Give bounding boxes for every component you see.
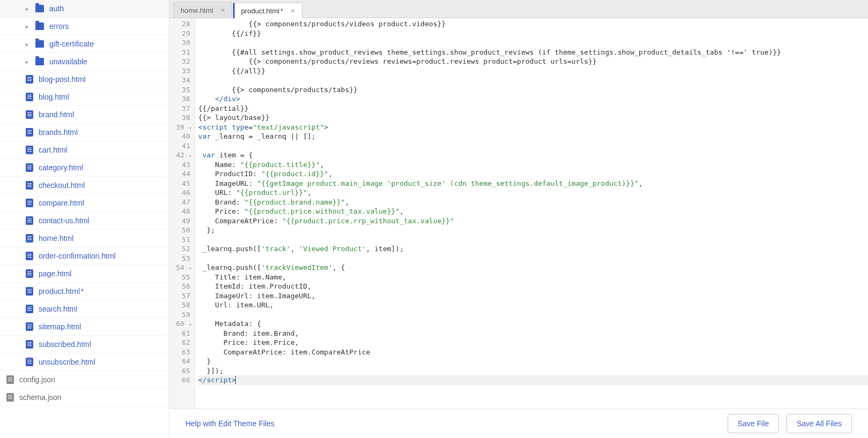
line-number: 55 bbox=[169, 273, 190, 282]
file-item[interactable]: contact-us.html bbox=[0, 212, 169, 230]
file-item[interactable]: blog-post.html bbox=[0, 71, 169, 88]
line-number: 47 bbox=[169, 198, 190, 207]
file-icon bbox=[26, 128, 33, 137]
file-icon bbox=[26, 199, 33, 207]
code-line[interactable]: CompareAtPrice: item.CompareAtPrice bbox=[198, 348, 868, 357]
save-all-files-button[interactable]: Save All Files bbox=[787, 414, 852, 433]
code-line[interactable]: Name: "{{product.title}}", bbox=[198, 160, 868, 170]
file-item[interactable]: brands.html bbox=[0, 124, 169, 141]
code-line[interactable]: Url: item.URL, bbox=[198, 300, 868, 310]
code-line[interactable]: Metadata: { bbox=[198, 319, 868, 329]
folder-item[interactable]: ▸unavailable bbox=[0, 53, 169, 71]
code-line[interactable]: var _learnq = _learnq || []; bbox=[198, 132, 868, 141]
code-line[interactable]: } bbox=[198, 357, 868, 366]
line-number: 58 bbox=[169, 300, 190, 310]
line-number: 41 bbox=[169, 141, 190, 151]
code-line[interactable]: {{#all settings.show_product_reviews the… bbox=[198, 48, 868, 57]
code-line[interactable] bbox=[198, 235, 868, 245]
code-line[interactable]: {{/partial}} bbox=[198, 104, 868, 114]
code-line[interactable] bbox=[198, 38, 868, 48]
file-item[interactable]: cart.html bbox=[0, 141, 169, 159]
code-line[interactable]: CompareAtPrice: "{{product.price.rrp_wit… bbox=[198, 216, 868, 226]
code-editor[interactable]: 2829303132333435363738394041424344454647… bbox=[169, 18, 868, 409]
code-line[interactable] bbox=[198, 75, 868, 85]
root-file-item[interactable]: schema.json bbox=[0, 389, 169, 406]
code-line[interactable]: Brand: item.Brand, bbox=[198, 329, 868, 338]
line-number: 36 bbox=[169, 94, 190, 104]
code-line[interactable]: {{> layout/base}} bbox=[198, 113, 868, 123]
code-line[interactable]: }]); bbox=[198, 366, 868, 376]
code-line[interactable]: </script> bbox=[198, 375, 868, 385]
code-line[interactable]: _learnq.push(['track', 'Viewed Product',… bbox=[198, 244, 868, 254]
code-line[interactable]: {{/if}} bbox=[198, 29, 868, 39]
file-label: brand.html bbox=[39, 110, 74, 119]
code-line[interactable] bbox=[198, 141, 868, 151]
file-icon bbox=[6, 393, 14, 402]
line-number: 64 bbox=[169, 357, 190, 366]
line-number: 37 bbox=[169, 104, 190, 114]
code-line[interactable]: _learnq.push(['trackViewedItem', { bbox=[198, 263, 868, 273]
file-tree-sidebar[interactable]: ▸auth▸errors▸gift-certificate▸unavailabl… bbox=[0, 0, 169, 438]
file-icon bbox=[6, 375, 14, 384]
code-line[interactable]: ImageUrl: item.ImageURL, bbox=[198, 291, 868, 301]
file-item[interactable]: brand.html bbox=[0, 106, 169, 124]
code-line[interactable]: Price: "{{product.price.without_tax.valu… bbox=[198, 207, 868, 216]
code-line[interactable]: ImageURL: "{{getImage product.main_image… bbox=[198, 179, 868, 188]
line-number: 63 bbox=[169, 348, 190, 357]
editor-tab[interactable]: home.html× bbox=[174, 2, 232, 18]
code-area[interactable]: {{> components/products/videos product.v… bbox=[195, 18, 868, 409]
code-line[interactable]: URL: "{{product.url}}", bbox=[198, 188, 868, 198]
root-file-item[interactable]: config.json bbox=[0, 371, 169, 389]
file-item[interactable]: blog.html bbox=[0, 88, 169, 106]
help-link[interactable]: Help with Edit Theme Files bbox=[185, 419, 274, 428]
code-line[interactable]: Title: item.Name, bbox=[198, 273, 868, 282]
file-item[interactable]: compare.html bbox=[0, 194, 169, 212]
file-item[interactable]: home.html bbox=[0, 230, 169, 247]
file-item[interactable]: category.html bbox=[0, 159, 169, 177]
code-line[interactable]: var item = { bbox=[198, 150, 868, 160]
file-item[interactable]: page.html bbox=[0, 265, 169, 283]
file-item[interactable]: unsubscribe.html bbox=[0, 353, 169, 371]
code-line[interactable]: {{> components/products/reviews reviews=… bbox=[198, 57, 868, 66]
save-file-button[interactable]: Save File bbox=[728, 414, 779, 433]
code-line[interactable]: Price: item.Price, bbox=[198, 338, 868, 348]
line-number: 45 bbox=[169, 179, 190, 188]
code-line[interactable]: }; bbox=[198, 225, 868, 235]
close-icon[interactable]: × bbox=[291, 6, 295, 15]
code-line[interactable] bbox=[198, 254, 868, 263]
line-number: 34 bbox=[169, 75, 190, 85]
file-item[interactable]: product.html * bbox=[0, 283, 169, 300]
file-label: checkout.html bbox=[39, 181, 85, 190]
file-item[interactable]: sitemap.html bbox=[0, 318, 169, 336]
file-label: blog-post.html bbox=[39, 75, 86, 84]
code-line[interactable]: </div> bbox=[198, 94, 868, 104]
line-number: 65 bbox=[169, 366, 190, 376]
file-item[interactable]: search.html bbox=[0, 300, 169, 318]
file-label: sitemap.html bbox=[39, 322, 81, 331]
code-line[interactable]: {{> components/products/tabs}} bbox=[198, 85, 868, 95]
file-label: product.html bbox=[39, 287, 80, 296]
code-line[interactable]: <script type="text/javascript"> bbox=[198, 123, 868, 132]
code-line[interactable]: ItemId: item.ProductID, bbox=[198, 282, 868, 291]
code-line[interactable]: ProductID: "{{product.id}}", bbox=[198, 169, 868, 179]
file-label: subscribed.html bbox=[39, 340, 91, 349]
line-number: 60 bbox=[169, 319, 190, 329]
folder-item[interactable]: ▸auth bbox=[0, 0, 169, 18]
file-item[interactable]: checkout.html bbox=[0, 177, 169, 194]
line-number: 50 bbox=[169, 225, 190, 235]
code-line[interactable]: {{/all}} bbox=[198, 66, 868, 76]
code-line[interactable]: Brand: "{{product.brand.name}}", bbox=[198, 198, 868, 207]
line-number: 43 bbox=[169, 160, 190, 170]
folder-item[interactable]: ▸gift-certificate bbox=[0, 35, 169, 53]
close-icon[interactable]: × bbox=[221, 6, 225, 14]
code-line[interactable]: {{> components/products/videos product.v… bbox=[198, 19, 868, 29]
file-label: page.html bbox=[39, 269, 71, 278]
editor-tab[interactable]: product.html *× bbox=[233, 3, 302, 18]
folder-icon bbox=[35, 58, 44, 65]
code-line[interactable] bbox=[198, 310, 868, 320]
file-item[interactable]: order-confirmation.html bbox=[0, 247, 169, 265]
folder-item[interactable]: ▸errors bbox=[0, 18, 169, 35]
file-item[interactable]: subscribed.html bbox=[0, 336, 169, 353]
folder-icon bbox=[35, 5, 44, 12]
file-label: blog.html bbox=[39, 93, 69, 101]
